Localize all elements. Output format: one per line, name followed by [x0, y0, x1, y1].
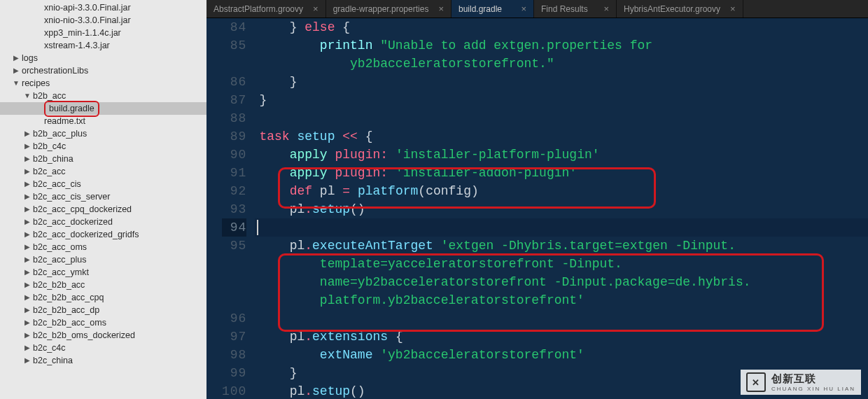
tree-item[interactable]: ▶b2c_b2b_oms_dockerized — [0, 329, 206, 342]
chevron-right-icon[interactable]: ▶ — [13, 55, 20, 62]
tree-item[interactable]: ▶b2b_china — [0, 153, 206, 165]
chevron-right-icon[interactable]: ▶ — [24, 181, 31, 188]
chevron-right-icon[interactable]: ▶ — [24, 130, 31, 137]
tree-item[interactable]: ▼recipes — [0, 77, 206, 90]
chevron-right-icon[interactable]: ▶ — [24, 357, 31, 364]
tree-item[interactable]: ▶build.gradle — [0, 102, 206, 115]
code-line[interactable]: pl.extensions { — [259, 328, 868, 346]
close-icon[interactable]: × — [438, 4, 444, 14]
chevron-right-icon[interactable]: ▶ — [24, 281, 31, 288]
code-line[interactable] — [259, 309, 868, 328]
code-line[interactable]: task setup << { — [259, 127, 868, 146]
tree-item[interactable]: ▶b2c_acc_ymkt — [0, 266, 206, 279]
code-line[interactable] — [259, 218, 868, 237]
tree-item[interactable]: ▶readme.txt — [0, 115, 206, 127]
tree-item[interactable]: ▶orchestrationLibs — [0, 64, 206, 77]
chevron-right-icon[interactable]: ▶ — [24, 256, 31, 263]
tab[interactable]: build.gradle× — [451, 0, 534, 18]
code-line[interactable]: platform.yb2bacceleratorstorefront' — [259, 291, 868, 309]
chevron-right-icon[interactable]: ▶ — [24, 218, 31, 225]
tree-item[interactable]: ▶xnio-api-3.3.0.Final.jar — [0, 1, 206, 14]
chevron-right-icon[interactable]: ▶ — [24, 319, 31, 326]
code-line[interactable]: name=yb2bacceleratorstorefront -Dinput.p… — [259, 273, 868, 291]
code-editor[interactable]: 84858687888990919293949596979899100 } el… — [206, 18, 868, 399]
tab[interactable]: gradle-wrapper.properties× — [326, 0, 451, 18]
close-icon[interactable]: × — [730, 4, 736, 14]
tab-label: gradle-wrapper.properties — [333, 4, 429, 14]
chevron-right-icon[interactable]: ▶ — [24, 206, 31, 213]
chevron-right-icon[interactable]: ▶ — [13, 67, 20, 74]
chevron-right-icon[interactable]: ▶ — [24, 155, 31, 162]
close-icon[interactable]: × — [521, 4, 526, 14]
close-icon[interactable]: × — [313, 4, 318, 14]
tree-item-label: b2c_acc_cis_server — [33, 192, 110, 202]
caret-icon — [257, 220, 258, 235]
code-line[interactable]: template=yacceleratorstorefront -Dinput. — [259, 255, 868, 273]
chevron-right-icon[interactable]: ▶ — [24, 332, 31, 339]
chevron-down-icon[interactable]: ▼ — [24, 92, 31, 99]
chevron-right-icon[interactable]: ▶ — [24, 269, 31, 276]
chevron-right-icon[interactable]: ▶ — [24, 168, 31, 175]
tree-item[interactable]: ▶xstream-1.4.3.jar — [0, 39, 206, 52]
tab[interactable]: HybrisAntExecutor.groovy× — [617, 0, 743, 18]
tree-item[interactable]: ▶b2c_acc_dockerized_gridfs — [0, 228, 206, 241]
chevron-right-icon[interactable]: ▶ — [24, 231, 31, 238]
tree-item-label: b2c_b2b_acc_oms — [33, 318, 106, 328]
tree-item[interactable]: ▶xpp3_min-1.1.4c.jar — [0, 27, 206, 39]
tree-item[interactable]: ▶b2c_acc_cis_server — [0, 190, 206, 203]
file-tree[interactable]: ▶xnio-api-3.3.0.Final.jar▶xnio-nio-3.3.0… — [0, 0, 206, 399]
tree-item[interactable]: ▶b2c_acc_dockerized — [0, 216, 206, 228]
code-area[interactable]: } else { println "Unable to add extgen.p… — [259, 18, 868, 399]
line-number — [222, 291, 246, 309]
code-line[interactable]: } — [259, 73, 868, 91]
tree-item-label: b2b_china — [33, 154, 74, 164]
code-line[interactable]: println "Unable to add extgen.properties… — [259, 36, 868, 55]
code-line[interactable]: } — [259, 91, 868, 109]
chevron-right-icon[interactable]: ▶ — [24, 307, 31, 314]
chevron-right-icon[interactable]: ▶ — [24, 143, 31, 150]
chevron-right-icon[interactable]: ▶ — [24, 344, 31, 351]
tree-item-label: b2c_acc_plus — [33, 255, 86, 265]
code-line[interactable]: pl.setup() — [259, 200, 868, 218]
close-icon[interactable]: × — [603, 4, 609, 14]
tree-item[interactable]: ▶xnio-nio-3.3.0.Final.jar — [0, 14, 206, 27]
tree-item[interactable]: ▶b2c_acc_oms — [0, 241, 206, 253]
code-line[interactable]: extName 'yb2bacceleratorstorefront' — [259, 346, 868, 364]
code-line[interactable]: def pl = platform(config) — [259, 182, 868, 200]
tree-item[interactable]: ▶b2c_c4c — [0, 342, 206, 354]
code-line[interactable] — [259, 109, 868, 127]
chevron-right-icon[interactable]: ▶ — [24, 244, 31, 251]
tree-item[interactable]: ▶b2b_acc_plus — [0, 127, 206, 140]
tree-item-label: b2c_acc_ymkt — [33, 267, 89, 277]
tree-item-label: b2c_acc_oms — [33, 242, 87, 252]
tree-item[interactable]: ▶b2c_china — [0, 354, 206, 367]
tree-item[interactable]: ▶b2b_c4c — [0, 140, 206, 153]
chevron-down-icon[interactable]: ▼ — [13, 80, 20, 87]
line-number — [222, 273, 246, 291]
tree-item[interactable]: ▶b2c_acc_plus — [0, 253, 206, 266]
code-line[interactable]: yb2bacceleratorstorefront." — [259, 55, 868, 73]
tree-item[interactable]: ▶logs — [0, 52, 206, 64]
tab[interactable]: AbstractPlatform.groovy× — [206, 0, 326, 18]
tree-item-label: xnio-nio-3.3.0.Final.jar — [44, 15, 131, 25]
tree-item[interactable]: ▶b2c_acc_cpq_dockerized — [0, 203, 206, 216]
tree-item[interactable]: ▶b2c_b2b_acc — [0, 279, 206, 291]
tree-item[interactable]: ▶b2c_b2b_acc_oms — [0, 316, 206, 329]
chevron-right-icon[interactable]: ▶ — [24, 193, 31, 200]
editor-pane: AbstractPlatform.groovy×gradle-wrapper.p… — [206, 0, 868, 399]
tree-item-label: recipes — [22, 78, 50, 88]
tree-item[interactable]: ▶b2c_b2b_acc_dp — [0, 304, 206, 316]
tree-item[interactable]: ▼b2b_acc — [0, 90, 206, 102]
code-line[interactable]: apply plugin: 'installer-addon-plugin' — [259, 164, 868, 182]
chevron-right-icon[interactable]: ▶ — [24, 294, 31, 301]
tree-item[interactable]: ▶b2c_b2b_acc_cpq — [0, 291, 206, 304]
code-line[interactable]: pl.executeAntTarget 'extgen -Dhybris.tar… — [259, 237, 868, 255]
tab[interactable]: Find Results× — [534, 0, 617, 18]
tree-item-label: b2c_acc — [33, 167, 66, 176]
code-line[interactable]: } else { — [259, 18, 868, 36]
tree-item[interactable]: ▶b2c_acc_cis — [0, 178, 206, 190]
code-line[interactable]: apply plugin: 'installer-platform-plugin… — [259, 146, 868, 164]
line-number: 97 — [222, 328, 246, 346]
line-number: 98 — [222, 346, 246, 364]
tree-item[interactable]: ▶b2c_acc — [0, 165, 206, 178]
